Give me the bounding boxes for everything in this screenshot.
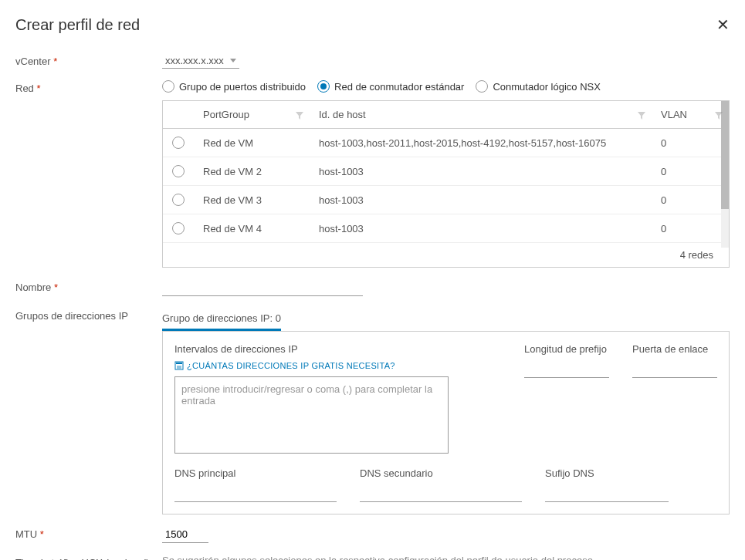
- svg-rect-1: [176, 363, 182, 364]
- radio-nsx-logical-switch[interactable]: Conmutador lógico NSX: [476, 80, 600, 93]
- cell-vlan: 0: [652, 157, 729, 186]
- close-icon: ✕: [716, 16, 730, 33]
- dns-secondary-label: DNS secundario: [360, 467, 522, 479]
- network-table-container: PortGroup Id. de host VLAN: [162, 100, 730, 268]
- table-row[interactable]: Red de VM 3 host-1003 0: [163, 186, 729, 214]
- ip-ranges-textarea[interactable]: [174, 376, 449, 454]
- cell-portgroup: Red de VM 2: [194, 157, 310, 186]
- nombre-input[interactable]: [162, 279, 363, 296]
- dns-primary-input[interactable]: [174, 485, 337, 502]
- row-radio[interactable]: [172, 165, 185, 177]
- cell-portgroup: Red de VM 4: [194, 214, 310, 243]
- col-vlan[interactable]: VLAN: [652, 101, 729, 129]
- radio-icon-selected: [317, 80, 330, 93]
- row-radio[interactable]: [172, 194, 185, 206]
- cell-hostid: host-1003: [310, 186, 652, 214]
- ip-groups-label: Grupos de direcciones IP: [15, 308, 162, 322]
- svg-point-7: [180, 367, 181, 369]
- table-footer: 4 redes: [163, 242, 729, 267]
- filter-icon[interactable]: [715, 110, 723, 118]
- red-label: Red *: [15, 80, 162, 94]
- dialog-title: Crear perfil de red: [15, 16, 140, 34]
- filter-icon[interactable]: [638, 110, 645, 118]
- help-link-ip-count[interactable]: ¿CUÁNTAS DIRECCIONES IP GRATIS NECESITA?: [174, 361, 501, 370]
- cell-vlan: 0: [652, 214, 729, 243]
- table-row[interactable]: Red de VM host-1003,host-2011,host-2015,…: [163, 129, 729, 157]
- cell-vlan: 0: [652, 129, 729, 157]
- dns-secondary-input[interactable]: [360, 485, 522, 502]
- row-radio[interactable]: [172, 222, 185, 234]
- filter-icon[interactable]: [296, 110, 303, 118]
- dns-suffix-label: Sufijo DNS: [545, 467, 669, 479]
- gateway-input[interactable]: [632, 361, 717, 378]
- ip-ranges-label: Intervalos de direcciones IP: [174, 343, 501, 355]
- nombre-label: Nombre *: [15, 279, 162, 293]
- calculator-icon: [174, 361, 184, 370]
- cell-portgroup: Red de VM: [194, 129, 310, 157]
- radio-distributed-portgroup[interactable]: Grupo de puertos distribuido: [162, 80, 306, 93]
- cell-hostid: host-1003,host-2011,host-2015,host-4192,…: [310, 129, 652, 157]
- svg-point-3: [178, 366, 180, 367]
- svg-point-2: [177, 366, 178, 367]
- svg-point-5: [177, 367, 178, 369]
- table-row[interactable]: Red de VM 4 host-1003 0: [163, 214, 729, 243]
- close-button[interactable]: ✕: [716, 15, 730, 34]
- radio-standard-switch[interactable]: Red de conmutador estándar: [317, 80, 464, 93]
- mtu-input[interactable]: [162, 526, 208, 543]
- radio-icon: [162, 80, 174, 93]
- traffic-hint: Se sugerirán algunas selecciones en la r…: [162, 555, 730, 560]
- dns-suffix-input[interactable]: [545, 485, 669, 502]
- svg-point-4: [180, 366, 181, 367]
- cell-vlan: 0: [652, 186, 729, 214]
- cell-hostid: host-1003: [310, 157, 652, 186]
- vcenter-dropdown[interactable]: xxx.xxx.x.xxx: [162, 53, 239, 69]
- radio-icon: [476, 80, 488, 93]
- gateway-label: Puerta de enlace: [632, 343, 717, 355]
- col-portgroup[interactable]: PortGroup: [194, 101, 310, 129]
- tab-ip-group[interactable]: Grupo de direcciones IP: 0: [162, 308, 281, 331]
- mtu-label: MTU *: [15, 526, 162, 540]
- row-radio[interactable]: [172, 137, 185, 149]
- col-hostid[interactable]: Id. de host: [310, 101, 652, 129]
- svg-point-6: [178, 367, 180, 369]
- network-table: PortGroup Id. de host VLAN: [163, 101, 729, 242]
- table-row[interactable]: Red de VM 2 host-1003 0: [163, 157, 729, 186]
- ip-panel: Intervalos de direcciones IP ¿CUÁNTAS DI…: [162, 331, 730, 514]
- cell-hostid: host-1003: [310, 214, 652, 243]
- vcenter-label: vCenter *: [15, 53, 162, 67]
- prefix-input[interactable]: [524, 361, 609, 378]
- traffic-type-label: Tipo de tráfico HCX (opcional): [15, 555, 162, 560]
- cell-portgroup: Red de VM 3: [194, 186, 310, 214]
- dns-primary-label: DNS principal: [174, 467, 337, 479]
- prefix-label: Longitud de prefijo: [524, 343, 609, 355]
